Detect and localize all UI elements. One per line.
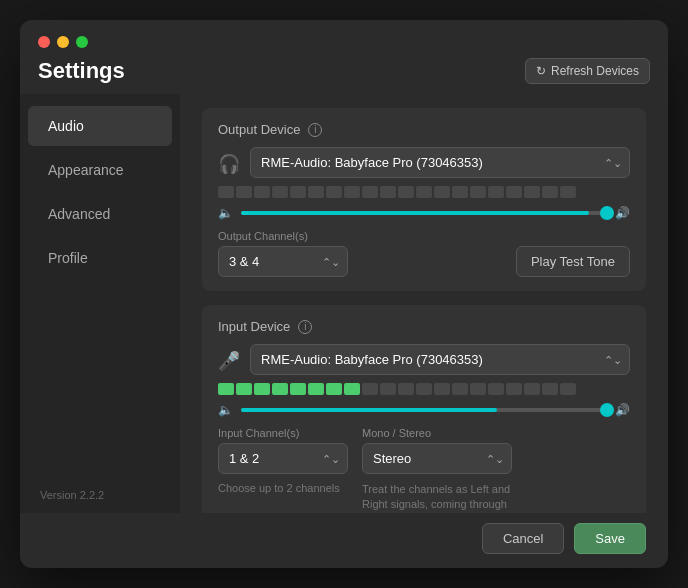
output-channel-label: Output Channel(s) [218,230,348,242]
output-level-meter [218,186,630,198]
output-channel-select-wrapper: 3 & 4 1 & 2 ⌃⌄ [218,246,348,277]
bottom-actions: Cancel Save [20,513,668,568]
output-section: Output Device i 🎧 RME-Audio: Babyface Pr… [202,108,646,291]
meter-block [380,186,396,198]
meter-block [416,383,432,395]
page-title: Settings [38,58,125,84]
output-channel-group: Output Channel(s) 3 & 4 1 & 2 ⌃⌄ [218,230,348,277]
meter-block [560,186,576,198]
microphone-icon: 🎤 [218,350,240,372]
meter-block [506,186,522,198]
output-device-row: 🎧 RME-Audio: Babyface Pro (73046353) ⌃⌄ [218,147,630,178]
output-channel-row: Output Channel(s) 3 & 4 1 & 2 ⌃⌄ Play Te… [218,230,630,277]
meter-block [326,186,342,198]
meter-block [362,186,378,198]
stereo-select-wrapper: Stereo Mono ⌃⌄ [362,443,512,474]
meter-block [254,186,270,198]
input-volume-slider[interactable] [241,408,607,412]
input-volume-low-icon: 🔈 [218,403,233,417]
stereo-select[interactable]: Stereo Mono [362,443,512,474]
meter-block [560,383,576,395]
meter-block [542,383,558,395]
input-volume-high-icon: 🔊 [615,403,630,417]
refresh-devices-button[interactable]: ↻ Refresh Devices [525,58,650,84]
meter-block [542,186,558,198]
meter-block [308,383,324,395]
input-level-meter [218,383,630,395]
output-volume-fill [241,211,589,215]
sidebar-item-audio[interactable]: Audio [28,106,172,146]
input-device-select-wrapper: RME-Audio: Babyface Pro (73046353) ⌃⌄ [250,344,630,375]
main-content: Output Device i 🎧 RME-Audio: Babyface Pr… [180,94,668,513]
meter-block [452,383,468,395]
sidebar-item-advanced[interactable]: Advanced [28,194,172,234]
sidebar-item-appearance[interactable]: Appearance [28,150,172,190]
minimize-button[interactable] [57,36,69,48]
mono-stereo-label: Mono / Stereo [362,427,522,439]
body: Audio Appearance Advanced Profile Versio… [20,94,668,513]
output-label: Output Device [218,122,300,137]
output-device-select[interactable]: RME-Audio: Babyface Pro (73046353) [250,147,630,178]
meter-block [398,383,414,395]
input-volume-row: 🔈 🔊 [218,403,630,417]
meter-block [488,383,504,395]
meter-block [290,383,306,395]
meter-block [218,186,234,198]
sidebar: Audio Appearance Advanced Profile Versio… [20,94,180,513]
meter-block [470,186,486,198]
input-channel-select[interactable]: 1 & 2 3 & 4 [218,443,348,474]
close-button[interactable] [38,36,50,48]
input-channel-select-wrapper: 1 & 2 3 & 4 ⌃⌄ [218,443,348,474]
meter-block [434,186,450,198]
input-volume-fill [241,408,497,412]
output-volume-thumb[interactable] [600,206,614,220]
cancel-button[interactable]: Cancel [482,523,564,554]
meter-block [308,186,324,198]
meter-block [272,383,288,395]
meter-block [524,383,540,395]
sidebar-item-profile[interactable]: Profile [28,238,172,278]
input-channel-group: Input Channel(s) 1 & 2 3 & 4 ⌃⌄ Choose u… [218,427,348,494]
version-label: Version 2.2.2 [20,477,180,513]
volume-low-icon: 🔈 [218,206,233,220]
meter-block [326,383,342,395]
refresh-icon: ↻ [536,64,546,78]
meter-block [470,383,486,395]
meter-block [380,383,396,395]
output-header: Output Device i [218,122,630,137]
input-section: Input Device i 🎤 RME-Audio: Babyface Pro… [202,305,646,513]
play-test-tone-button[interactable]: Play Test Tone [516,246,630,277]
input-volume-thumb[interactable] [600,403,614,417]
meter-block [218,383,234,395]
volume-high-icon: 🔊 [615,206,630,220]
meter-block [434,383,450,395]
meter-block [416,186,432,198]
traffic-lights [38,36,88,48]
input-options-row: Input Channel(s) 1 & 2 3 & 4 ⌃⌄ Choose u… [218,427,630,513]
input-device-select[interactable]: RME-Audio: Babyface Pro (73046353) [250,344,630,375]
maximize-button[interactable] [76,36,88,48]
meter-block [362,383,378,395]
meter-block [452,186,468,198]
meter-block [344,186,360,198]
save-button[interactable]: Save [574,523,646,554]
output-volume-slider[interactable] [241,211,607,215]
input-header: Input Device i [218,319,630,334]
meter-block [290,186,306,198]
title-row: Settings ↻ Refresh Devices [20,48,668,94]
meter-block [398,186,414,198]
output-device-select-wrapper: RME-Audio: Babyface Pro (73046353) ⌃⌄ [250,147,630,178]
output-channel-select[interactable]: 3 & 4 1 & 2 [218,246,348,277]
input-info-icon[interactable]: i [298,320,312,334]
input-channel-label: Input Channel(s) [218,427,348,439]
headphones-icon: 🎧 [218,153,240,175]
meter-block [272,186,288,198]
input-channel-desc: Choose up to 2 channels [218,482,348,494]
meter-block [254,383,270,395]
stereo-description: Treat the channels as Left and Right sig… [362,482,522,513]
output-info-icon[interactable]: i [308,123,322,137]
input-device-row: 🎤 RME-Audio: Babyface Pro (73046353) ⌃⌄ [218,344,630,375]
meter-block [236,383,252,395]
meter-block [236,186,252,198]
input-label: Input Device [218,319,290,334]
